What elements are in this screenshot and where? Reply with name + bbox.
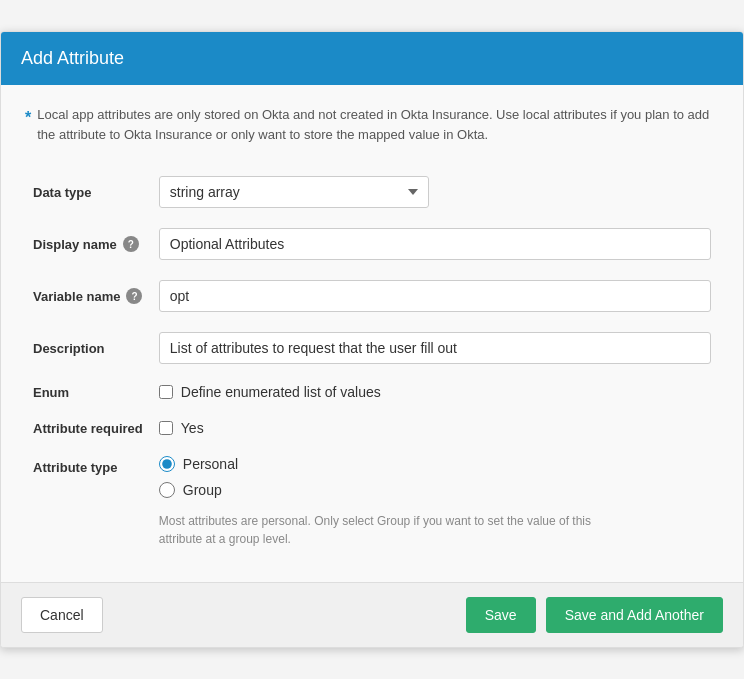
footer-right-buttons: Save Save and Add Another [466,597,723,633]
description-row: Description [25,322,719,374]
cancel-button[interactable]: Cancel [21,597,103,633]
variable-name-help-icon[interactable]: ? [126,288,142,304]
display-name-input[interactable] [159,228,711,260]
attribute-type-hint: Most attributes are personal. Only selec… [159,512,599,548]
modal-body: * Local app attributes are only stored o… [1,85,743,582]
attribute-required-checkbox-group: Yes [159,420,711,436]
display-name-label-group: Display name ? [33,236,143,252]
display-name-label: Display name [33,237,117,252]
info-asterisk: * [25,106,31,130]
radio-personal[interactable] [159,456,175,472]
attribute-required-label: Attribute required [33,421,143,436]
attribute-required-checkbox[interactable] [159,421,173,435]
modal-title: Add Attribute [21,48,124,68]
add-attribute-modal: Add Attribute * Local app attributes are… [0,31,744,648]
info-banner: * Local app attributes are only stored o… [25,105,719,144]
variable-name-label-group: Variable name ? [33,288,143,304]
display-name-help-icon[interactable]: ? [123,236,139,252]
radio-personal-label: Personal [183,456,238,472]
save-and-add-button[interactable]: Save and Add Another [546,597,723,633]
variable-name-label: Variable name [33,289,120,304]
radio-personal-row: Personal [159,456,711,472]
attribute-type-label: Attribute type [33,460,118,475]
save-button[interactable]: Save [466,597,536,633]
data-type-select[interactable]: string string array number integer boole… [159,176,429,208]
display-name-row: Display name ? [25,218,719,270]
variable-name-row: Variable name ? [25,270,719,322]
modal-footer: Cancel Save Save and Add Another [1,582,743,647]
radio-group-row: Group [159,482,711,498]
description-label: Description [33,341,105,356]
attribute-type-radio-group: Personal Group Most attributes are perso… [159,456,711,548]
radio-group-label: Group [183,482,222,498]
data-type-label: Data type [33,185,92,200]
enum-label: Enum [33,385,69,400]
enum-row: Enum Define enumerated list of values [25,374,719,410]
attribute-required-checkbox-label: Yes [181,420,204,436]
info-text: Local app attributes are only stored on … [37,105,719,144]
modal-header: Add Attribute [1,32,743,85]
variable-name-input[interactable] [159,280,711,312]
description-input[interactable] [159,332,711,364]
attribute-required-row: Attribute required Yes [25,410,719,446]
radio-group[interactable] [159,482,175,498]
attribute-type-row: Attribute type Personal Group [25,446,719,558]
enum-checkbox-label: Define enumerated list of values [181,384,381,400]
data-type-row: Data type string string array number int… [25,166,719,218]
form-table: Data type string string array number int… [25,166,719,558]
enum-checkbox-group: Define enumerated list of values [159,384,711,400]
enum-checkbox[interactable] [159,385,173,399]
